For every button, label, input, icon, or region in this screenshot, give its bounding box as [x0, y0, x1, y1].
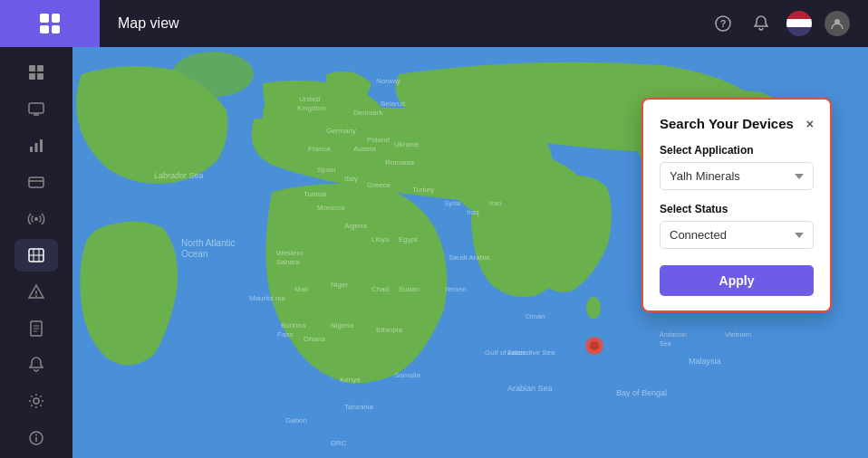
application-select[interactable]: Yalh Minerals App Two App Three	[660, 162, 814, 190]
status-select[interactable]: Connected Disconnected Pending	[660, 221, 814, 249]
modal-close-button[interactable]: ×	[806, 117, 814, 131]
status-label: Select Status	[660, 203, 814, 215]
application-label: Select Application	[660, 144, 814, 157]
modal-title: Search Your Devices	[660, 116, 794, 131]
apply-button[interactable]: Apply	[660, 265, 814, 296]
modal-header: Search Your Devices ×	[660, 116, 814, 131]
search-devices-modal: Search Your Devices × Select Application…	[641, 98, 832, 312]
modal-overlay: Search Your Devices × Select Application…	[0, 0, 868, 458]
